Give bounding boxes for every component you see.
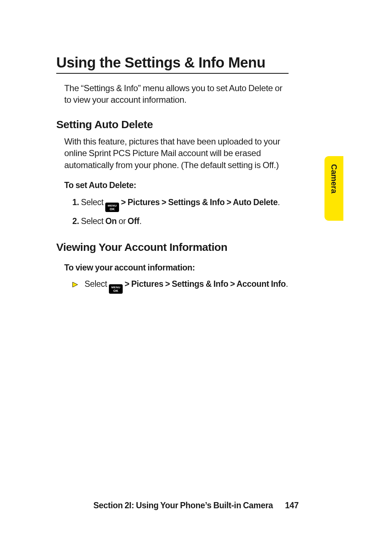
triangle-bullet-icon — [72, 278, 78, 291]
step-2-on: On — [105, 216, 117, 226]
subhead-auto-delete: Setting Auto Delete — [56, 118, 289, 131]
intro-paragraph: The “Settings & Info” menu allows you to… — [64, 82, 289, 106]
section-tab-camera: Camera — [324, 156, 343, 221]
page-footer: Section 2I: Using Your Phone’s Built-in … — [0, 501, 392, 510]
step-2-end: . — [139, 216, 142, 226]
step-1: Select MENUOK > Pictures > Settings & In… — [81, 195, 289, 212]
page-content: Using the Settings & Info Menu The “Sett… — [56, 54, 289, 294]
section-tab-label: Camera — [329, 164, 339, 194]
step-1-pre: Select — [81, 197, 105, 207]
bullet-end: . — [286, 279, 288, 289]
subhead-account-info: Viewing Your Account Information — [56, 241, 289, 253]
step-2-off: Off — [128, 216, 139, 226]
svg-marker-0 — [73, 282, 78, 287]
auto-delete-description: With this feature, pictures that have be… — [64, 136, 289, 171]
step-2-mid: or — [117, 216, 128, 226]
auto-delete-steps: Select MENUOK > Pictures > Settings & In… — [64, 195, 289, 229]
menu-ok-key-icon: MENUOK — [105, 203, 119, 212]
footer-section: Section 2I: Using Your Phone’s Built-in … — [93, 501, 273, 510]
account-info-leadin: To view your account information: — [64, 263, 289, 273]
step-1-end: . — [278, 197, 280, 207]
step-2: Select On or Off. — [81, 214, 289, 228]
manual-page: Using the Settings & Info Menu The “Sett… — [0, 0, 392, 554]
menu-ok-key-icon: MENUOK — [109, 284, 123, 294]
page-number: 147 — [285, 501, 298, 510]
page-title: Using the Settings & Info Menu — [56, 54, 289, 74]
auto-delete-leadin: To set Auto Delete: — [64, 180, 289, 190]
account-info-step: Select MENUOK > Pictures > Settings & In… — [72, 278, 289, 294]
account-info-step-text: Select MENUOK > Pictures > Settings & In… — [85, 278, 288, 294]
bullet-path: > Pictures > Settings & Info > Account I… — [123, 279, 286, 289]
step-2-pre: Select — [81, 216, 105, 226]
bullet-pre: Select — [85, 279, 109, 289]
step-1-path: > Pictures > Settings & Info > Auto Dele… — [119, 197, 278, 207]
